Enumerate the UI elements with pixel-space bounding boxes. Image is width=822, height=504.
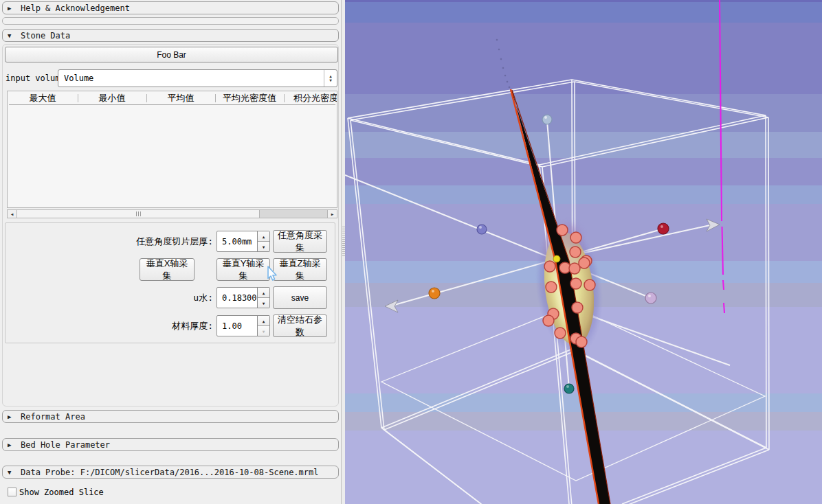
scrollbar-thumb[interactable] [17,210,260,218]
table-horizontal-scrollbar[interactable]: ◀ ▶ [7,209,337,218]
lavender-endpoint-handle[interactable] [645,293,656,303]
fiducial-marker[interactable] [572,302,583,313]
column-header[interactable]: 最大值 [8,92,78,104]
u-water-spinbox[interactable]: 0.18300 ▲▼ [216,287,270,308]
header-underline [9,104,335,105]
acquire-any-angle-button[interactable]: 任意角度采集 [273,230,327,253]
spin-up-icon[interactable]: ▲ [258,288,269,298]
thumb-grip [136,211,141,216]
section-label: Stone Data [21,31,70,41]
fiducial-marker[interactable] [584,279,595,290]
show-zoomed-slice-checkbox[interactable] [8,488,16,496]
clear-stone-params-button[interactable]: 清空结石参数 [273,314,327,337]
column-header[interactable]: 平均值 [146,92,215,104]
spinbox-value: 0.18300 [217,288,257,308]
fiducial-marker[interactable] [570,247,581,257]
fiducial-marker[interactable] [557,225,568,236]
section-bed-hole-parameter[interactable]: ▶ Bed Hole Parameter [2,438,339,451]
section-label: Data Probe: F:/DICOM/slicerData/2016...2… [21,468,318,477]
application-window: ▶ Help & Acknowledgement ▼ Stone Data Fo… [0,0,822,504]
collapse-right-icon: ▶ [8,413,14,420]
material-thickness-label: 材料厚度: [137,314,213,337]
scrollbar-track[interactable] [260,210,327,218]
input-volume-combobox[interactable]: Volume ▲▼ [58,69,337,87]
scroll-right-icon[interactable]: ▶ [327,210,337,218]
fiducial-marker[interactable] [546,282,557,293]
fiducial-marker[interactable] [570,278,581,289]
collapsed-content-strip [2,17,339,25]
module-panel: ▶ Help & Acknowledgement ▼ Stone Data Fo… [0,0,341,504]
combobox-updown-icon[interactable]: ▲▼ [324,70,337,87]
combobox-value: Volume [58,73,324,83]
spin-down-icon[interactable]: ▼ [258,242,269,251]
section-label: Bed Hole Parameter [21,440,110,450]
red-endpoint-handle[interactable] [658,223,669,234]
blue-endpoint-handle[interactable] [542,115,552,124]
header-separator [284,94,285,102]
acquire-y-axis-button[interactable]: 垂直Y轴采集 [216,258,270,281]
input-volume-label: input volume [5,69,65,87]
fiducial-marker[interactable] [570,232,581,243]
section-reformat-area[interactable]: ▶ Reformat Area [2,410,339,423]
spin-up-icon[interactable]: ▲ [258,231,269,242]
material-thickness-spinbox[interactable]: 1.00 ▲▼ [216,315,270,336]
collapse-down-icon: ▼ [8,469,14,476]
section-label: Help & Acknowledgement [21,3,130,13]
show-zoomed-slice-label: Show Zoomed Slice [19,484,104,500]
purple-endpoint-handle[interactable] [477,225,487,234]
slice-thickness-label: 任意角度切片层厚: [69,230,213,253]
fiducial-marker[interactable] [576,336,587,347]
fiducial-marker[interactable] [555,328,566,339]
u-water-label: u水: [137,286,213,309]
spin-up-icon[interactable]: ▲ [258,316,269,326]
collapse-right-icon: ▶ [8,5,14,12]
column-header[interactable]: 平均光密度值 [215,92,284,104]
orange-endpoint-handle[interactable] [429,288,440,299]
column-header[interactable]: 积分光密度 [284,92,337,104]
slice-thickness-spinbox[interactable]: 5.00mm ▲▼ [216,231,270,252]
header-separator [146,94,147,102]
scroll-left-icon[interactable]: ◀ [8,210,17,218]
acquire-z-axis-button[interactable]: 垂直Z轴采集 [273,258,327,281]
header-separator [215,94,216,102]
fiducial-marker[interactable] [579,257,590,268]
section-help-acknowledgement[interactable]: ▶ Help & Acknowledgement [2,1,339,14]
section-stone-data[interactable]: ▼ Stone Data [2,29,339,42]
foo-bar-button[interactable]: Foo Bar [5,47,338,62]
table-header-row: 最大值 最小值 平均值 平均光密度值 积分光密度 [8,91,337,104]
fiducial-marker[interactable] [544,261,555,272]
collapse-down-icon: ▼ [8,32,14,39]
slice-center-handle[interactable] [553,255,560,262]
stone-results-table[interactable]: 最大值 最小值 平均值 平均光密度值 积分光密度 [7,91,337,208]
save-button[interactable]: save [273,286,327,309]
column-header[interactable]: 最小值 [78,92,146,104]
collapse-right-icon: ▶ [8,442,14,448]
threed-scene [345,0,822,504]
spin-down-icon[interactable]: ▼ [258,298,269,308]
header-separator [78,94,78,102]
section-label: Reformat Area [21,412,85,422]
teal-endpoint-handle[interactable] [564,384,574,393]
spinbox-value: 5.00mm [217,231,257,251]
spinbox-value: 1.00 [217,316,257,336]
acquire-x-axis-button[interactable]: 垂直X轴采集 [140,258,195,281]
threed-viewport[interactable] [345,0,822,504]
fiducial-marker[interactable] [543,315,554,326]
section-data-probe[interactable]: ▼ Data Probe: F:/DICOM/slicerData/2016..… [2,466,339,479]
spin-down-icon: ▼ [258,326,269,336]
